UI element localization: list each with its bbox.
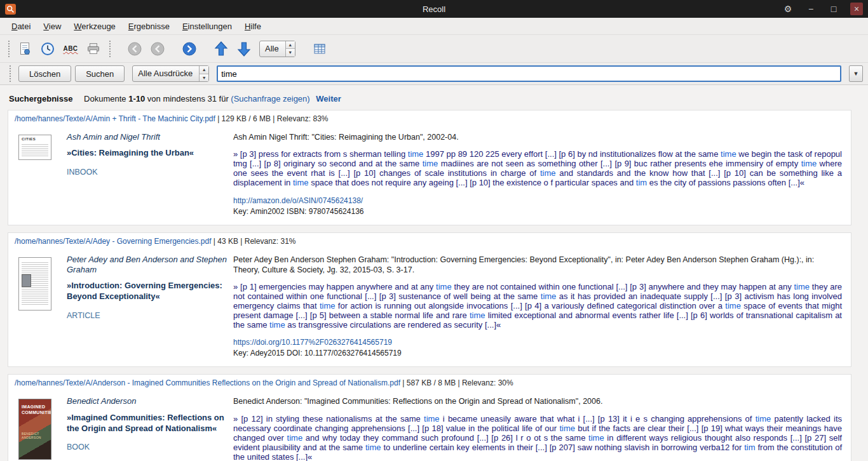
result-snippet: » [p 12] in styling these nationalisms a… <box>233 414 842 461</box>
menu-werkzeuge[interactable]: Werkzeuge <box>67 19 122 34</box>
results-area: Suchergebnisse Dokumente 1-10 von mindes… <box>0 85 868 461</box>
results-title: Suchergebnisse <box>9 94 72 104</box>
result-range: 1-10 <box>128 94 145 104</box>
show-query-link[interactable]: (Suchanfrage zeigen) <box>231 94 309 104</box>
result-path-link[interactable]: /home/hannes/Texte/A/Anderson - Imagined… <box>15 378 400 387</box>
menu-datei[interactable]: Datei <box>5 19 37 34</box>
clear-search-icon[interactable] <box>15 39 35 59</box>
nav-previous-page-icon[interactable] <box>147 39 168 59</box>
result-path-link[interactable]: /home/hannes/Texte/A/Amin + Thrift - The… <box>15 114 215 123</box>
clear-button[interactable]: Löschen <box>18 65 71 82</box>
search-input[interactable] <box>217 65 841 82</box>
result-meta: | 587 KB / 8 MB | Relevanz: 30% <box>400 378 513 387</box>
spinner-arrows-icon[interactable]: ▲▼ <box>199 66 208 81</box>
search-mode-select[interactable]: Alle Ausdrücke ▲▼ <box>132 65 209 82</box>
result-thumbnail[interactable] <box>18 257 51 311</box>
next-document-down-arrow-icon[interactable] <box>234 39 254 59</box>
result-authors: Ash Amin and Nigel Thrift <box>67 132 227 142</box>
search-bar: Löschen Suchen Alle Ausdrücke ▲▼ ▼ <box>0 63 868 85</box>
print-icon[interactable] <box>83 39 104 59</box>
category-filter-select[interactable]: Alle ▲▼ <box>259 41 295 57</box>
menubar: Datei View Werkzeuge Ergebnisse Einstell… <box>0 18 868 35</box>
nav-first-page-icon[interactable] <box>125 39 145 59</box>
result-title: »Imagined Communities: Reflections on th… <box>67 413 227 434</box>
result-citation: Benedict Anderson: "Imagined Communities… <box>233 396 842 406</box>
next-page-link[interactable]: Weiter <box>316 94 341 104</box>
documents-label: Dokumente <box>84 94 126 104</box>
close-button[interactable]: × <box>850 3 863 15</box>
result-url-link[interactable]: http://amazon.de/o/ASIN/0745624138/ <box>233 196 363 205</box>
result-card: /home/hannes/Texte/A/Adey - Governing Em… <box>8 232 851 368</box>
result-key: Key: Amin2002 ISBN: 9780745624136 <box>233 207 842 216</box>
result-meta: | 43 KB | Relevanz: 31% <box>212 237 296 246</box>
result-citation: Peter Adey Ben Anderson Stephen Graham: … <box>233 255 842 276</box>
result-path-row: /home/hannes/Texte/A/Anderson - Imagined… <box>8 375 851 390</box>
result-authors: Benedict Anderson <box>67 396 227 406</box>
result-path-row: /home/hannes/Texte/A/Adey - Governing Em… <box>8 233 851 248</box>
window-title: Recoll <box>0 4 868 14</box>
menu-view[interactable]: View <box>37 19 67 34</box>
result-thumbnail[interactable]: IMAGINED COMMUNITIES BENEDICT ANDERSON <box>18 399 51 460</box>
history-clock-icon[interactable] <box>37 39 58 59</box>
result-key: Key: Adey2015 DOI: 10.1177/0263276414565… <box>233 349 842 357</box>
nav-next-page-icon[interactable] <box>179 39 200 59</box>
result-thumbnail[interactable]: CITIES <box>18 135 51 160</box>
toolbar: ABC Alle ▲▼ <box>0 35 868 63</box>
recoll-app-icon <box>5 4 16 15</box>
minimize-button[interactable]: − <box>804 3 817 15</box>
result-path-row: /home/hannes/Texte/A/Amin + Thrift - The… <box>8 110 851 126</box>
search-button[interactable]: Suchen <box>75 65 125 82</box>
result-count-text: von mindestens 31 für <box>147 94 229 104</box>
result-authors: Peter Adey and Ben Anderson and Stephen … <box>67 255 227 276</box>
result-title: »Cities: Reimagining the Urban« <box>67 148 227 159</box>
result-card: /home/hannes/Texte/A/Amin + Thrift - The… <box>8 110 851 225</box>
menu-hilfe[interactable]: Hilfe <box>238 19 268 34</box>
previous-document-up-arrow-icon[interactable] <box>211 39 231 59</box>
result-snippet: » [p 3] press for extracts from s sherma… <box>233 149 842 187</box>
titlebar: Recoll ⚙ − □ × <box>0 0 868 18</box>
result-doctype: INBOOK <box>67 168 227 177</box>
result-path-link[interactable]: /home/hannes/Texte/A/Adey - Governing Em… <box>15 237 212 246</box>
results-header: Suchergebnisse Dokumente 1-10 von mindes… <box>8 91 851 110</box>
search-history-dropdown[interactable]: ▼ <box>849 65 863 82</box>
menu-einstellungen[interactable]: Einstellungen <box>176 19 238 34</box>
toolbar-drag-handle[interactable] <box>108 41 111 57</box>
maximize-button[interactable]: □ <box>827 3 840 15</box>
result-citation: Ash Amin Nigel Thrift: "Cities: Reimagin… <box>233 132 842 142</box>
result-snippet: » [p 1] emergencies may happen anywhere … <box>233 282 842 330</box>
result-title: »Introduction: Governing Emergencies: Be… <box>67 281 227 302</box>
spellcheck-icon[interactable]: ABC <box>60 39 81 59</box>
result-url-link[interactable]: https://doi.org/10.1177%2F02632764145657… <box>233 338 392 347</box>
result-meta: | 129 KB / 6 MB | Relevanz: 83% <box>215 114 329 123</box>
result-doctype: BOOK <box>67 443 227 451</box>
result-card: /home/hannes/Texte/A/Anderson - Imagined… <box>8 374 851 461</box>
spinner-arrows-icon[interactable]: ▲▼ <box>285 41 295 57</box>
menu-ergebnisse[interactable]: Ergebnisse <box>122 19 176 34</box>
searchbar-drag-handle[interactable] <box>8 65 11 82</box>
result-table-view-icon[interactable] <box>309 39 330 59</box>
window-settings-gear-icon[interactable]: ⚙ <box>782 3 794 15</box>
result-doctype: ARTICLE <box>67 311 227 320</box>
toolbar-drag-handle[interactable] <box>7 41 10 57</box>
